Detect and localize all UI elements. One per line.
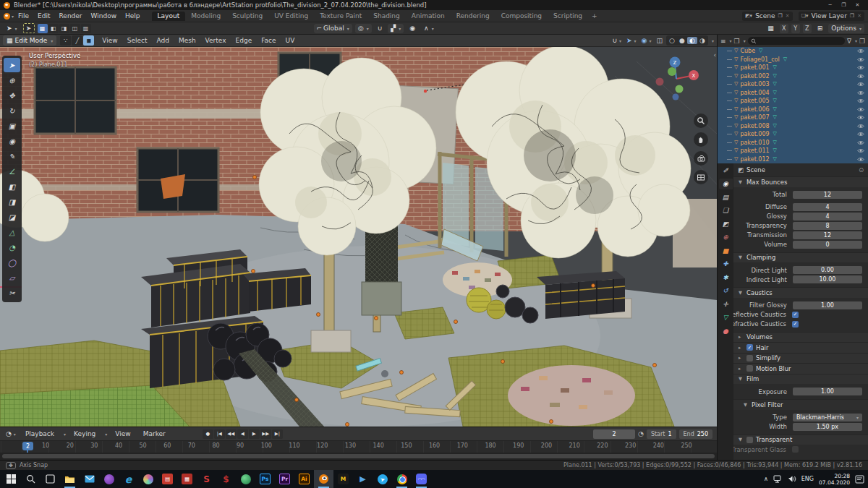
edge-browser-icon[interactable]: e [119, 470, 138, 488]
use-preview-range-icon[interactable]: ◔ [638, 430, 644, 437]
viewport-menu-add[interactable]: Add [152, 35, 173, 46]
hide-eye-icon[interactable] [857, 148, 864, 153]
transparency-field[interactable]: 8 [793, 222, 862, 230]
workspace-tab-shading[interactable]: Shading [367, 12, 406, 21]
wireframe-shading-icon[interactable]: ○ [667, 37, 677, 44]
properties-tab[interactable]: ⊕ [719, 232, 733, 243]
maximize-button[interactable]: ❐ [837, 2, 851, 8]
task-view-button[interactable] [41, 470, 60, 488]
hide-eye-icon[interactable] [857, 157, 864, 162]
add-workspace-button[interactable]: + [588, 12, 601, 20]
gizmo-toggle-icon[interactable]: ➤▾ [625, 37, 638, 44]
transport-button[interactable]: |◀ [214, 429, 225, 439]
properties-tab[interactable]: ✛ [719, 299, 733, 309]
simplify-checkbox[interactable] [746, 355, 753, 361]
section-clamping[interactable]: ▼Clamping [733, 252, 868, 263]
menu-edit[interactable]: Edit [33, 10, 54, 22]
taskbar-search-button[interactable] [21, 470, 41, 488]
timeline-scroll-area[interactable] [0, 453, 717, 460]
transport-button[interactable]: ▶| [272, 429, 283, 439]
frame-end-field[interactable]: End250 [679, 429, 712, 439]
properties-tab[interactable]: ✐ [719, 165, 733, 176]
transparent-checkbox[interactable] [746, 437, 753, 443]
section-volumes[interactable]: ▸Volumes [733, 332, 868, 343]
transport-button[interactable]: ◀ [237, 429, 248, 439]
active-tool-button[interactable]: ➤ [23, 23, 35, 33]
proportional-falloff-dropdown[interactable]: ∧▾ [421, 24, 437, 33]
pixel-filter-width-field[interactable]: 1.50 px [793, 423, 862, 431]
direct-light-field[interactable]: 0.00 [793, 266, 862, 274]
glossy-field[interactable]: 4 [793, 213, 862, 221]
view-layer-selector[interactable]: ❏▾ View Layer ❐ ✕ [799, 12, 864, 21]
rendered-shading-icon[interactable]: ◑ [697, 37, 707, 44]
workspace-tab-compositing[interactable]: Compositing [495, 12, 548, 21]
indirect-light-field[interactable]: 10.00 [793, 275, 862, 283]
menu-render[interactable]: Render [55, 10, 87, 22]
viewport-menu-mesh[interactable]: Mesh [174, 35, 200, 46]
properties-tab[interactable]: ✚ [719, 259, 733, 270]
hide-eye-icon[interactable] [857, 115, 864, 120]
transparent-glass-checkbox[interactable] [792, 446, 799, 453]
tool-button[interactable]: ◔ [4, 240, 20, 254]
section-simplify[interactable]: ▸Simplify [733, 353, 868, 364]
workspace-tab-texture-paint[interactable]: Texture Paint [314, 12, 367, 21]
app-icon-s[interactable]: S [197, 470, 216, 488]
tool-button[interactable]: ✥ [4, 88, 20, 103]
hide-eye-icon[interactable] [857, 132, 864, 137]
app-icon-red-doc2[interactable]: ▦ [177, 470, 197, 488]
photoshop-icon[interactable]: Ps [255, 470, 275, 488]
active-tool-dropdown[interactable]: ➤▾ [4, 24, 20, 33]
mirror-x-button[interactable]: X [780, 24, 788, 33]
tool-button[interactable]: ✂ [4, 286, 20, 300]
viewport-toolbar[interactable]: ➤ ⊕ ✥ ↻ ▣ ◉ ✎ ∠ [2, 56, 22, 302]
transmission-field[interactable]: 12 [793, 231, 862, 239]
outliner-row[interactable]: ▽ paket.004 ▽ [718, 89, 868, 98]
shading-dropdown-icon[interactable]: ▾ [712, 38, 714, 43]
premiere-icon[interactable]: Pr [275, 470, 294, 488]
workspace-tab-scripting[interactable]: Scripting [548, 12, 588, 21]
new-scene-icon[interactable]: ❐ [778, 13, 783, 19]
pin-icon[interactable]: ⊙ [859, 166, 864, 174]
tool-button[interactable]: ⊕ [4, 73, 20, 87]
motion-blur-checkbox[interactable] [746, 365, 753, 372]
properties-tab[interactable]: ■ [719, 245, 733, 256]
hide-eye-icon[interactable] [857, 140, 864, 145]
filter-glossy-field[interactable]: 1.00 [793, 301, 862, 309]
outliner-display-mode-icon[interactable]: ❐ [734, 38, 740, 45]
volume-icon[interactable] [788, 475, 796, 483]
file-explorer-icon[interactable] [60, 470, 80, 488]
outliner-row[interactable]: ▽ paket.002 ▽ [718, 72, 868, 81]
mode-dropdown[interactable]: ▦Edit Mode▾ [3, 35, 56, 46]
scene-selector[interactable]: ◩▾ Scene ❐ ✕ [742, 12, 793, 21]
hide-eye-icon[interactable] [857, 82, 864, 87]
options-dropdown[interactable]: Options▾ [828, 24, 864, 33]
properties-tab[interactable]: ▤ [719, 192, 733, 202]
hide-eye-icon[interactable] [857, 48, 864, 53]
properties-tab[interactable]: ▽ [719, 312, 733, 323]
playback-controls[interactable]: ●|◀◀◀◀▶▶▶▶| [203, 429, 283, 439]
properties-tab[interactable]: ● [719, 325, 733, 336]
viewport-menu-select[interactable]: Select [123, 35, 152, 46]
workspace-tab-animation[interactable]: Animation [406, 12, 451, 21]
timeline-editor-type-icon[interactable]: ◔▾ [4, 430, 17, 437]
tool-button[interactable]: ▣ [4, 119, 20, 133]
workspace-tab-sculpting[interactable]: Sculpting [226, 12, 268, 21]
remove-view-layer-icon[interactable]: ✕ [857, 13, 861, 19]
properties-tab[interactable]: ❏ [719, 205, 733, 216]
select-set-icon[interactable]: ▦ [38, 24, 48, 33]
sidebar-chevron-icon[interactable]: ‹ [713, 51, 716, 59]
snap-magnet-icon[interactable]: ∪ [375, 24, 386, 33]
start-button[interactable] [1, 470, 21, 488]
section-max-bounces[interactable]: ▼Max Bounces [733, 176, 868, 187]
frame-start-field[interactable]: Start1 [647, 429, 676, 439]
outliner-row[interactable]: ▽ paket.009 ▽ [718, 130, 868, 139]
properties-tabs[interactable]: ✐ ◉ ▤ ❏ ◩ ⊕ ■ ✚ [718, 163, 733, 460]
hide-eye-icon[interactable] [857, 124, 864, 129]
menu-window[interactable]: Window [87, 10, 122, 22]
chrome-icon[interactable] [392, 470, 412, 488]
section-hair[interactable]: ▸Hair [733, 342, 868, 353]
transform-orientation-dropdown[interactable]: ⌐Global▾ [314, 24, 352, 33]
viewport-menu-edge[interactable]: Edge [231, 35, 257, 46]
timeline-menu-marker[interactable]: Marker [139, 427, 170, 440]
section-motion-blur[interactable]: ▸Motion Blur [733, 363, 868, 374]
